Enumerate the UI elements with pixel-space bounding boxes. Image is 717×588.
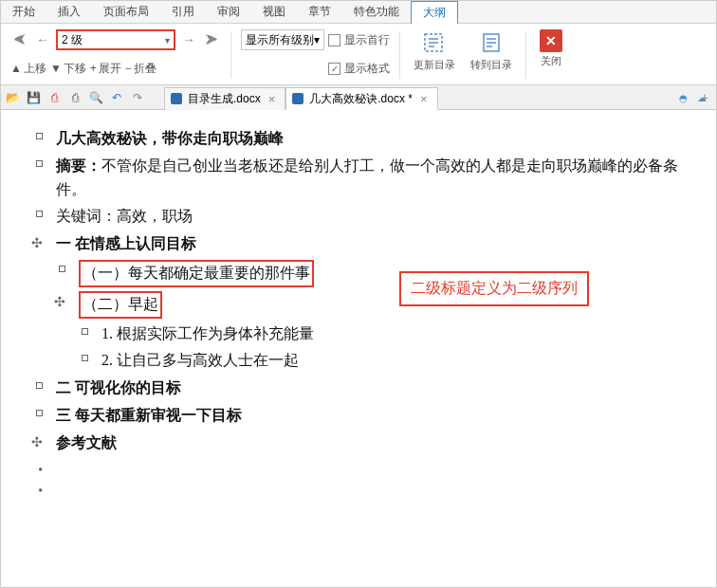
outline-row[interactable]: 三 每天都重新审视一下目标 <box>10 402 707 430</box>
tab-title: 几大高效秘诀.docx * <box>309 91 413 107</box>
tab-close-button[interactable]: × <box>418 92 430 106</box>
outline-marker <box>10 127 48 145</box>
save-icon[interactable]: 💾 <box>26 90 41 105</box>
outline-marker <box>56 349 94 367</box>
goto-toc-button[interactable]: 转到目录 <box>463 28 520 83</box>
collapse-button[interactable]: − 折叠 <box>125 61 156 77</box>
outline-marker <box>56 322 94 340</box>
update-toc-icon <box>421 29 448 56</box>
tab-close-button[interactable]: × <box>267 92 278 106</box>
outline-marker: ✣ <box>10 432 48 452</box>
close-outline-button[interactable]: ✕ 关闭 <box>532 28 570 83</box>
update-toc-button[interactable]: 更新目录 <box>406 28 463 83</box>
checkbox-checked-icon: ✓ <box>328 63 340 75</box>
outline-text: （一）每天都确定最重要的那件事 <box>79 260 707 287</box>
menu-item-8[interactable]: 大纲 <box>411 1 458 24</box>
move-up-button[interactable]: ▲ 上移 <box>10 61 46 77</box>
outline-text: 二 可视化你的目标 <box>56 377 707 400</box>
chevron-down-icon: ▾ <box>314 33 320 46</box>
outline-row[interactable]: 摘要：不管你是自己创业当老板还是给别人打工，做一个高效的人都是走向职场巅峰的必备… <box>10 153 707 204</box>
ribbon: ⮜ ← 2 级 ▾ → ⮞ ▲ 上移 ▼ 下移 + 展开 − 折叠 显示所有级别… <box>1 24 716 85</box>
folder-open-icon[interactable]: 📂 <box>5 90 20 105</box>
chevron-down-icon: ▾ <box>165 35 170 46</box>
outline-marker <box>10 377 48 395</box>
outline-marker: ✣ <box>10 232 48 253</box>
document-area: 几大高效秘诀，带你走向职场巅峰摘要：不管你是自己创业当老板还是给别人打工，做一个… <box>1 110 716 587</box>
outline-row[interactable]: 2. 让自己多与高效人士在一起 <box>10 347 707 375</box>
print-preview-icon[interactable]: 🔍 <box>88 90 103 105</box>
menu-item-7[interactable]: 特色功能 <box>342 1 411 23</box>
outline-text: 参考文献 <box>56 432 707 455</box>
undo-icon[interactable]: ↶ <box>109 90 124 105</box>
outline-row[interactable]: ● <box>10 478 707 500</box>
outline-text: 2. 让自己多与高效人士在一起 <box>101 349 707 373</box>
expand-button[interactable]: + 展开 <box>90 61 121 77</box>
goto-toc-icon <box>478 29 505 56</box>
outline-marker <box>10 155 48 173</box>
outline-row[interactable]: 几大高效秘诀，带你走向职场巅峰 <box>10 125 707 153</box>
outline-marker: ● <box>10 480 48 498</box>
outline-row[interactable]: 二 可视化你的目标 <box>10 375 707 402</box>
move-down-button[interactable]: ▼ 下移 <box>50 61 86 77</box>
menu-item-0[interactable]: 开始 <box>1 1 46 23</box>
cloud-sync-icon[interactable]: ☁ <box>695 91 708 104</box>
tab-bar: 📂 💾 ⎙ ⎙ 🔍 ↶ ↷ 目录生成.docx×几大高效秘诀.docx *× + <box>1 85 716 110</box>
annotation-callout: 二级标题定义为二级序列 <box>399 271 589 306</box>
show-format-checkbox[interactable]: ✓ 显示格式 <box>328 61 390 77</box>
outline-level-value: 2 级 <box>62 32 83 48</box>
promote-top-button[interactable]: ⮜ <box>10 30 29 49</box>
outline-text: 几大高效秘诀，带你走向职场巅峰 <box>56 127 707 151</box>
print-icon[interactable]: ⎙ <box>67 90 83 105</box>
redo-icon[interactable]: ↷ <box>130 90 145 105</box>
outline-text: 1. 根据实际工作为身体补充能量 <box>101 322 707 346</box>
promote-button[interactable]: ← <box>33 30 52 49</box>
outline-marker <box>10 205 48 223</box>
outline-row[interactable]: ● <box>10 457 707 479</box>
outline-level-select[interactable]: 2 级 ▾ <box>56 29 175 50</box>
outline-marker: ● <box>10 459 48 477</box>
outline-text: 关键词：高效，职场 <box>56 205 707 229</box>
menu-item-2[interactable]: 页面布局 <box>92 1 160 23</box>
outline-marker: ✣ <box>33 291 71 312</box>
corner-icons: ◓ ☁ <box>676 91 708 104</box>
menu-item-5[interactable]: 视图 <box>251 1 297 23</box>
menu-item-4[interactable]: 审阅 <box>206 1 251 23</box>
word-doc-icon <box>292 93 303 104</box>
cloud-shield-icon[interactable]: ◓ <box>676 91 689 104</box>
export-pdf-icon[interactable]: ⎙ <box>46 90 62 105</box>
outline-row[interactable]: ✣（二）早起 <box>10 289 707 321</box>
menu-item-1[interactable]: 插入 <box>46 1 92 23</box>
outline-text: 三 每天都重新审视一下目标 <box>56 404 707 428</box>
close-icon: ✕ <box>540 29 562 52</box>
demote-button[interactable]: → <box>179 30 198 49</box>
outline-text: 一 在情感上认同目标 <box>56 232 707 256</box>
outline-marker <box>10 404 48 422</box>
menu-bar: 开始插入页面布局引用审阅视图章节特色功能大纲 <box>1 1 716 24</box>
document-tab[interactable]: 目录生成.docx× <box>164 87 285 110</box>
outline-row[interactable]: ✣一 在情感上认同目标 <box>10 230 707 258</box>
checkbox-unchecked-icon <box>328 34 340 46</box>
outline-marker <box>33 260 71 278</box>
menu-item-6[interactable]: 章节 <box>297 1 342 23</box>
outline-row[interactable]: （一）每天都确定最重要的那件事 <box>10 258 707 289</box>
outline-row[interactable]: 关键词：高效，职场 <box>10 203 707 230</box>
outline-row[interactable]: 1. 根据实际工作为身体补充能量 <box>10 321 707 348</box>
outline-row[interactable]: ✣参考文献 <box>10 430 707 457</box>
word-doc-icon <box>171 93 182 104</box>
demote-bottom-button[interactable]: ⮞ <box>202 30 221 49</box>
menu-item-3[interactable]: 引用 <box>160 1 206 23</box>
show-first-line-checkbox[interactable]: 显示首行 <box>328 32 390 48</box>
show-levels-select[interactable]: 显示所有级别 ▾ <box>241 29 324 50</box>
tab-title: 目录生成.docx <box>188 91 261 107</box>
outline-text: （二）早起 <box>79 291 707 319</box>
document-tab[interactable]: 几大高效秘诀.docx *× <box>285 87 437 110</box>
outline-text: 摘要：不管你是自己创业当老板还是给别人打工，做一个高效的人都是走向职场巅峰的必备… <box>56 155 707 202</box>
